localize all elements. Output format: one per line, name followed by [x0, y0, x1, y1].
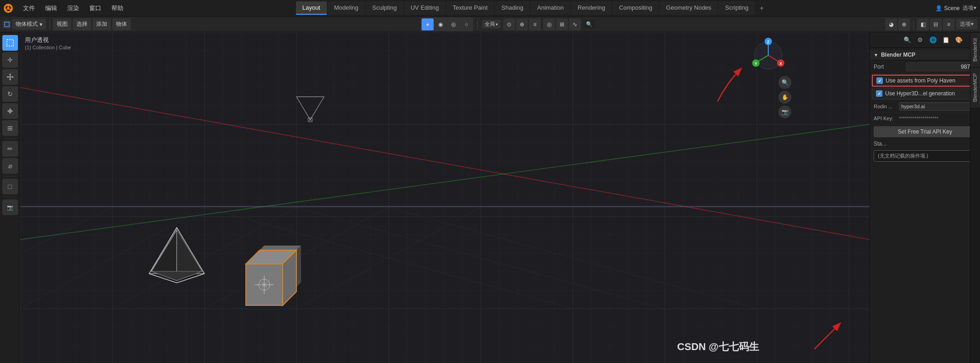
viewport-wireframe-btn[interactable]: ○ [460, 18, 472, 30]
menu-render[interactable]: 渲染 [63, 2, 84, 14]
rotate-tool-btn[interactable]: ↻ [2, 86, 18, 102]
transform-tool-btn[interactable]: ⊞ [2, 120, 18, 136]
blendermcp-tab[interactable]: BlenderMCP [970, 67, 980, 107]
hyper3d-checkbox-row: Use Hyper3D...el generation [872, 88, 978, 100]
proportional-edit-btn[interactable]: ⊙ [503, 18, 515, 30]
tab-sculpting[interactable]: Sculpting [366, 1, 403, 15]
options-button[interactable]: 选项▾ [963, 4, 976, 12]
svg-text:Z: Z [767, 40, 770, 44]
snap-btn[interactable]: ⊕ [516, 18, 528, 30]
api-key-value: ******************** [899, 116, 976, 121]
start-label: Sta... [874, 141, 887, 147]
blender-logo [0, 0, 17, 17]
menu-window[interactable]: 窗口 [85, 2, 106, 14]
menu-file[interactable]: 文件 [18, 2, 40, 14]
viewport-solid-btn[interactable]: ● [422, 18, 434, 30]
left-toolbar: ✛ ↻ ⊞ ✏ ⌀ □ 📷 [0, 32, 20, 363]
tab-animation[interactable]: Animation [531, 1, 570, 15]
viewport-filter-btn[interactable]: ≡ [943, 18, 955, 30]
walk-mode-btn[interactable]: ✋ [778, 91, 791, 104]
snap-options-btn[interactable]: ≡ [529, 18, 541, 30]
vertical-tabs: BlenderKit BlenderMCP [970, 32, 980, 363]
viewport-mode-label: 用户透视 [25, 36, 71, 44]
scale-tool-btn[interactable] [2, 103, 18, 119]
tab-scripting[interactable]: Scripting [719, 1, 755, 15]
panel-settings-icon[interactable]: ⚙ [915, 35, 926, 46]
viewport-gizmo[interactable]: Z X Y [750, 37, 787, 74]
viewport-material-btn[interactable]: ◉ [435, 18, 447, 30]
workspace-tabs: Layout Modeling Sculpting UV Editing Tex… [128, 1, 935, 15]
poly-haven-checkbox[interactable] [876, 77, 883, 84]
move-tool-btn[interactable] [2, 69, 18, 85]
overlay-toggle-btn[interactable]: ◕ [885, 18, 897, 30]
separator2 [477, 20, 478, 29]
blenderkit-tab[interactable]: BlenderKit [970, 32, 980, 67]
search-icon: 🔍 [586, 21, 592, 27]
search-bar[interactable]: 🔍 [583, 20, 595, 28]
svg-marker-12 [6, 76, 8, 78]
cursor-tool-btn[interactable]: ✛ [2, 52, 18, 68]
svg-point-4 [5, 8, 7, 11]
transform-orientation-btn[interactable]: ⊞ [556, 18, 568, 30]
panel-globe-icon[interactable]: 🌐 [928, 35, 939, 46]
svg-rect-7 [7, 40, 13, 46]
blender-mcp-section-header[interactable]: ▼ Blender MCP [870, 50, 980, 60]
menu-edit[interactable]: 编辑 [41, 2, 62, 14]
panel-clipboard-icon[interactable]: 📋 [940, 35, 951, 46]
add-mesh-tool-btn[interactable]: □ [2, 179, 18, 194]
tab-compositing[interactable]: Compositing [613, 1, 659, 15]
poly-haven-label: Use assets from Poly Haven [886, 77, 955, 84]
object-menu-btn[interactable]: 物体 [112, 18, 131, 30]
add-workspace-button[interactable]: + [756, 2, 767, 14]
viewport-overlay-btn[interactable]: ⊟ [930, 18, 942, 30]
svg-point-5 [7, 7, 10, 10]
object-mode-selector[interactable]: 物体模式 ▾ [12, 19, 46, 29]
tab-rendering[interactable]: Rendering [571, 1, 612, 15]
tab-texture-paint[interactable]: Texture Paint [446, 1, 494, 15]
tab-shading[interactable]: Shading [495, 1, 530, 15]
select-box-tool-btn[interactable] [2, 35, 18, 51]
camera-view-btn[interactable]: 📷 [778, 105, 791, 118]
second-toolbar: 物体模式 ▾ 视图 选择 添加 物体 ● ◉ ◎ ○ 全局 ▾ ⊙ ⊕ ≡ [0, 17, 980, 32]
svg-line-34 [310, 97, 324, 120]
poly-haven-checkbox-row: Use assets from Poly Haven [872, 75, 978, 87]
options-btn[interactable]: 选项▾ [956, 19, 977, 29]
hyper3d-checkbox[interactable] [876, 90, 882, 97]
mode-dropdown-arrow: ▾ [40, 21, 42, 28]
menu-help[interactable]: 帮助 [107, 2, 128, 14]
viewport-collection-label: (1) Collection | Cube [25, 45, 71, 50]
tab-uv-editing[interactable]: UV Editing [404, 1, 445, 15]
port-value[interactable]: 9876 [906, 62, 976, 71]
viewport-shading-btn[interactable]: ◧ [917, 18, 929, 30]
pyramid-object [135, 218, 218, 294]
panel-search-icon[interactable]: 🔍 [902, 35, 913, 46]
set-api-key-button[interactable]: Set Free Trial API Key [874, 126, 976, 137]
left-sep-3 [4, 197, 17, 197]
tab-layout[interactable]: Layout [296, 1, 327, 15]
global-local-selector[interactable]: 全局 ▾ [482, 20, 501, 29]
transform-pivot-btn[interactable]: ∿ [569, 18, 581, 30]
panel-paint-icon[interactable]: 🎨 [953, 35, 964, 46]
measure-tool-btn[interactable]: ⌀ [2, 158, 18, 174]
rodin-select[interactable]: hyper3d.ai ▾ [899, 102, 976, 111]
gizmo-toggle-btn[interactable]: ⊕ [898, 18, 910, 30]
viewport-rendered-btn[interactable]: ◎ [447, 18, 459, 30]
api-key-label: API Key: [874, 116, 899, 121]
panel-header-icons: 🔍 ⚙ 🌐 📋 🎨 ⋮ [870, 32, 980, 48]
right-panel: 🔍 ⚙ 🌐 📋 🎨 ⋮ ▼ Blender MCP Port 9876 Use … [870, 32, 980, 363]
svg-text:X: X [779, 61, 782, 66]
viewport-area[interactable]: 用户透视 (1) Collection | Cube [20, 32, 870, 363]
camera-tool-btn[interactable]: 📷 [2, 199, 18, 215]
add-menu-btn[interactable]: 添加 [93, 18, 111, 30]
annotate-tool-btn[interactable]: ✏ [2, 141, 18, 157]
tab-geometry-nodes[interactable]: Geometry Nodes [660, 1, 718, 15]
select-menu-btn[interactable]: 选择 [73, 18, 91, 30]
top-menubar: 文件 编辑 渲染 窗口 帮助 Layout Modeling Sculpting… [0, 0, 980, 17]
tab-modeling[interactable]: Modeling [328, 1, 365, 15]
mode-icon-small[interactable] [3, 20, 11, 29]
view-menu-btn[interactable]: 视图 [53, 18, 71, 30]
zoom-camera-btn[interactable]: 🔍 [778, 76, 791, 89]
scene-selector[interactable]: Scene [944, 5, 960, 12]
port-row: Port 9876 [870, 60, 980, 74]
pivot-point-btn[interactable]: ◎ [543, 18, 555, 30]
